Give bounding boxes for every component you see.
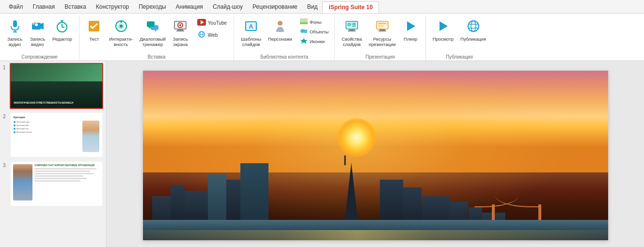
ribbon: Записьаудио Записьвидео — [0, 14, 644, 61]
interactive-icon — [114, 19, 128, 35]
editor-label: Редактор — [52, 36, 72, 42]
screen-record-icon — [173, 19, 187, 35]
content-library-group-label: Библиотека контента — [234, 54, 334, 60]
player-icon — [404, 19, 417, 35]
characters-label: Персонажи — [268, 36, 292, 42]
menu-file[interactable]: Файл — [4, 1, 28, 12]
resources-icon — [376, 19, 389, 35]
menu-bar: Файл Главная Вставка Конструктор Переход… — [0, 0, 644, 14]
ribbon-group-accompaniment: Записьаудио Записьвидео — [0, 15, 79, 61]
timer-icon — [55, 19, 69, 35]
web-icon — [197, 31, 206, 39]
web-label: Web — [208, 32, 218, 38]
icons-button[interactable]: Иконки — [298, 37, 330, 46]
preview-button[interactable]: Просмотр — [430, 17, 456, 44]
svg-marker-18 — [149, 27, 151, 29]
characters-button[interactable]: Персонажи — [265, 17, 295, 44]
slide3-title-text: COMPANIES THAT SUPPORT БЫТОВЫЕ ОРГАНИЗАЦ… — [34, 164, 100, 167]
ribbon-group-publish: Просмотр Публикация Публикация — [426, 15, 493, 61]
menu-view[interactable]: Вид — [302, 1, 323, 12]
svg-point-55 — [471, 21, 476, 31]
backgrounds-label: Фоны — [310, 19, 322, 25]
svg-text:A: A — [249, 23, 253, 30]
svg-rect-35 — [300, 22, 308, 24]
interactive-label: Интеракти-вность — [109, 36, 133, 47]
menu-slideshow[interactable]: Слайд-шоу — [208, 1, 248, 12]
publish-label: Публикация — [460, 36, 486, 42]
accompaniment-group-label: Сопровождение — [0, 54, 79, 60]
dialog-button[interactable]: Диалоговыйтренажер — [137, 17, 169, 49]
menu-insert[interactable]: Вставка — [60, 1, 91, 12]
slide-preview-3[interactable]: COMPANIES THAT SUPPORT БЫТОВЫЕ ОРГАНИЗАЦ… — [10, 161, 103, 207]
backgrounds-button[interactable]: Фоны — [298, 17, 330, 27]
svg-point-4 — [35, 23, 38, 26]
water-reflection — [143, 230, 608, 240]
ribbon-group-insert: Тест Интеракти-вность — [79, 15, 234, 61]
slide-thumb-3[interactable]: 3 COMPANIES THAT SUPPORT БЫТОВЫЕ ОРГАНИЗ… — [3, 161, 103, 207]
menu-review[interactable]: Рецензирование — [248, 1, 302, 12]
test-button[interactable]: Тест — [83, 17, 105, 44]
characters-icon — [273, 19, 287, 35]
slide-preview-2[interactable]: Критерии Критерий один Критерий два Крит… — [10, 112, 103, 158]
resources-label: Ресурсыпрезентации — [369, 36, 396, 47]
menu-ispring[interactable]: iSpring Suite 10 — [322, 1, 379, 13]
objects-label: Объекты — [310, 29, 329, 34]
web-button[interactable]: Web — [194, 30, 230, 41]
main-area: 1 ЭКОЛОГИЧЕСКАЯ ОТВЕТСТВЕННОСТЬ БИЗНЕСА … — [0, 61, 644, 247]
svg-rect-50 — [378, 23, 387, 24]
svg-rect-49 — [378, 31, 386, 31]
player-label: Плеер — [404, 36, 417, 42]
svg-rect-19 — [151, 25, 158, 30]
svg-marker-39 — [300, 38, 307, 44]
youtube-button[interactable]: YouTube — [194, 17, 230, 29]
svg-rect-25 — [176, 31, 184, 31]
library-small-buttons: Фоны Объекты — [298, 17, 330, 53]
svg-marker-52 — [407, 21, 415, 31]
publish-group-label: Публикация — [426, 54, 493, 60]
svg-marker-53 — [440, 21, 448, 31]
slide-templates-button[interactable]: A Шаблоныслайдов — [238, 17, 264, 49]
slide-thumb-2[interactable]: 2 Критерии Критерий один Критерий два Кр… — [3, 112, 103, 158]
objects-button[interactable]: Объекты — [298, 27, 330, 36]
player-button[interactable]: Плеер — [400, 17, 422, 44]
ribbon-group-presentation: Свойстваслайдов Ресурсыпрезентации — [335, 15, 426, 61]
insert-group-label: Вставка — [79, 54, 234, 60]
backgrounds-icon — [300, 18, 308, 26]
dialog-icon — [146, 19, 159, 35]
menu-home[interactable]: Главная — [28, 1, 60, 12]
svg-rect-41 — [349, 29, 355, 31]
icons-label: Иконки — [310, 39, 325, 44]
slide-templates-label: Шаблоныслайдов — [241, 36, 261, 47]
ribbon-group-content-library: A Шаблоныслайдов Персонажи — [234, 15, 335, 61]
slide-preview-1[interactable]: ЭКОЛОГИЧЕСКАЯ ОТВЕТСТВЕННОСТЬ БИЗНЕСА — [10, 63, 103, 109]
youtube-icon — [197, 19, 206, 27]
city-sunset-scene — [143, 71, 608, 240]
record-screen-button[interactable]: Записьэкрана — [170, 17, 191, 49]
slide-panel: 1 ЭКОЛОГИЧЕСКАЯ ОТВЕТСТВЕННОСТЬ БИЗНЕСА … — [0, 61, 107, 247]
dialog-label: Диалоговыйтренажер — [140, 36, 166, 47]
microphone-icon — [8, 19, 22, 35]
slide-props-button[interactable]: Свойстваслайдов — [339, 17, 365, 49]
menu-animation[interactable]: Анимация — [171, 1, 208, 12]
publish-icon — [467, 19, 480, 35]
presentation-group-label: Презентация — [335, 54, 425, 60]
resources-button[interactable]: Ресурсыпрезентации — [366, 17, 399, 49]
svg-point-6 — [32, 23, 34, 25]
slide-number-3: 3 — [3, 163, 8, 168]
svg-marker-20 — [155, 30, 157, 32]
record-audio-button[interactable]: Записьаудио — [4, 17, 26, 49]
svg-rect-48 — [379, 29, 385, 31]
pyramid-top — [345, 155, 346, 165]
svg-rect-0 — [13, 20, 17, 27]
slide-thumb-1[interactable]: 1 ЭКОЛОГИЧЕСКАЯ ОТВЕТСТВЕННОСТЬ БИЗНЕСА — [3, 63, 103, 109]
menu-transitions[interactable]: Переходы — [134, 1, 171, 12]
publish-button[interactable]: Публикация — [457, 17, 489, 44]
record-video-button[interactable]: Записьвидео — [27, 17, 48, 49]
record-screen-label: Записьэкрана — [173, 36, 188, 47]
menu-design[interactable]: Конструктор — [91, 1, 134, 12]
editor-button[interactable]: Редактор — [49, 17, 75, 44]
slide-canvas[interactable] — [143, 71, 608, 240]
svg-point-15 — [120, 25, 123, 28]
interactive-button[interactable]: Интеракти-вность — [106, 17, 136, 49]
test-icon — [87, 19, 101, 35]
